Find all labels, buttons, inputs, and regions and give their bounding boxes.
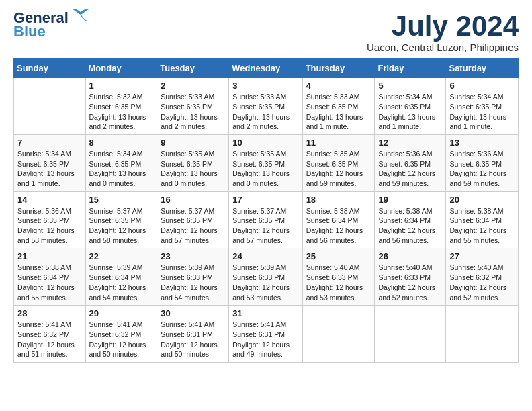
day-number: 17 bbox=[232, 195, 298, 205]
day-number: 27 bbox=[449, 251, 515, 261]
calendar-table: SundayMondayTuesdayWednesdayThursdayFrid… bbox=[13, 58, 519, 363]
day-number: 11 bbox=[306, 138, 371, 148]
day-number: 6 bbox=[449, 81, 515, 91]
day-info: Sunrise: 5:38 AMSunset: 6:34 PMDaylight:… bbox=[17, 263, 82, 302]
day-number: 12 bbox=[378, 138, 442, 148]
day-info: Sunrise: 5:41 AMSunset: 6:32 PMDaylight:… bbox=[89, 320, 154, 359]
day-number: 4 bbox=[306, 81, 371, 91]
day-number: 2 bbox=[161, 81, 225, 91]
calendar-cell bbox=[14, 78, 86, 135]
page-header: General Blue July 2024 Uacon, Central Lu… bbox=[13, 11, 519, 53]
logo-blue: Blue bbox=[13, 23, 46, 40]
day-number: 28 bbox=[17, 308, 82, 318]
day-number: 19 bbox=[378, 195, 442, 205]
calendar-cell: 22Sunrise: 5:39 AMSunset: 6:34 PMDayligh… bbox=[85, 248, 157, 306]
day-info: Sunrise: 5:41 AMSunset: 6:31 PMDaylight:… bbox=[232, 320, 298, 359]
day-info: Sunrise: 5:33 AMSunset: 6:35 PMDaylight:… bbox=[232, 92, 298, 132]
weekday-header-thursday: Thursday bbox=[302, 59, 375, 78]
calendar-cell: 3Sunrise: 5:33 AMSunset: 6:35 PMDaylight… bbox=[229, 78, 302, 135]
logo-bird-icon bbox=[70, 8, 91, 23]
day-number: 25 bbox=[306, 251, 371, 261]
calendar-cell: 26Sunrise: 5:40 AMSunset: 6:33 PMDayligh… bbox=[375, 248, 446, 306]
calendar-cell: 1Sunrise: 5:32 AMSunset: 6:35 PMDaylight… bbox=[85, 78, 157, 135]
day-info: Sunrise: 5:40 AMSunset: 6:32 PMDaylight:… bbox=[449, 263, 515, 302]
day-number: 15 bbox=[89, 195, 154, 205]
day-info: Sunrise: 5:34 AMSunset: 6:35 PMDaylight:… bbox=[17, 149, 82, 189]
calendar-cell: 7Sunrise: 5:34 AMSunset: 6:35 PMDaylight… bbox=[14, 134, 86, 191]
calendar-cell: 2Sunrise: 5:33 AMSunset: 6:35 PMDaylight… bbox=[157, 78, 229, 135]
day-number: 14 bbox=[17, 195, 82, 205]
day-number: 26 bbox=[378, 251, 442, 261]
day-info: Sunrise: 5:39 AMSunset: 6:34 PMDaylight:… bbox=[89, 263, 154, 302]
day-number: 29 bbox=[89, 308, 154, 318]
day-info: Sunrise: 5:41 AMSunset: 6:32 PMDaylight:… bbox=[17, 320, 82, 359]
day-number: 23 bbox=[161, 251, 225, 261]
calendar-cell: 15Sunrise: 5:37 AMSunset: 6:35 PMDayligh… bbox=[85, 191, 157, 248]
day-info: Sunrise: 5:34 AMSunset: 6:35 PMDaylight:… bbox=[89, 149, 154, 189]
calendar-cell: 12Sunrise: 5:36 AMSunset: 6:35 PMDayligh… bbox=[375, 134, 446, 191]
calendar-week-row-3: 14Sunrise: 5:36 AMSunset: 6:35 PMDayligh… bbox=[14, 191, 519, 248]
calendar-cell: 4Sunrise: 5:33 AMSunset: 6:35 PMDaylight… bbox=[302, 78, 375, 135]
calendar-week-row-1: 1Sunrise: 5:32 AMSunset: 6:35 PMDaylight… bbox=[14, 78, 519, 135]
logo: General Blue bbox=[13, 11, 91, 39]
day-info: Sunrise: 5:34 AMSunset: 6:35 PMDaylight:… bbox=[378, 92, 442, 132]
day-info: Sunrise: 5:38 AMSunset: 6:34 PMDaylight:… bbox=[449, 206, 515, 246]
day-info: Sunrise: 5:37 AMSunset: 6:35 PMDaylight:… bbox=[161, 206, 225, 246]
day-number: 22 bbox=[89, 251, 154, 261]
calendar-cell: 5Sunrise: 5:34 AMSunset: 6:35 PMDaylight… bbox=[375, 78, 446, 135]
day-info: Sunrise: 5:40 AMSunset: 6:33 PMDaylight:… bbox=[378, 263, 442, 302]
day-number: 7 bbox=[17, 138, 82, 148]
day-info: Sunrise: 5:38 AMSunset: 6:34 PMDaylight:… bbox=[306, 206, 371, 246]
calendar-cell: 28Sunrise: 5:41 AMSunset: 6:32 PMDayligh… bbox=[14, 306, 86, 363]
day-info: Sunrise: 5:35 AMSunset: 6:35 PMDaylight:… bbox=[161, 149, 225, 189]
day-info: Sunrise: 5:35 AMSunset: 6:35 PMDaylight:… bbox=[232, 149, 298, 189]
day-number: 18 bbox=[306, 195, 371, 205]
calendar-cell: 18Sunrise: 5:38 AMSunset: 6:34 PMDayligh… bbox=[302, 191, 375, 248]
day-number: 31 bbox=[232, 308, 298, 318]
day-info: Sunrise: 5:37 AMSunset: 6:35 PMDaylight:… bbox=[232, 206, 298, 246]
day-info: Sunrise: 5:39 AMSunset: 6:33 PMDaylight:… bbox=[232, 263, 298, 302]
weekday-header-tuesday: Tuesday bbox=[157, 59, 229, 78]
day-info: Sunrise: 5:41 AMSunset: 6:31 PMDaylight:… bbox=[161, 320, 225, 359]
day-number: 5 bbox=[378, 81, 442, 91]
calendar-cell: 19Sunrise: 5:38 AMSunset: 6:34 PMDayligh… bbox=[375, 191, 446, 248]
day-info: Sunrise: 5:33 AMSunset: 6:35 PMDaylight:… bbox=[161, 92, 225, 132]
day-info: Sunrise: 5:35 AMSunset: 6:35 PMDaylight:… bbox=[306, 149, 371, 189]
calendar-cell: 21Sunrise: 5:38 AMSunset: 6:34 PMDayligh… bbox=[14, 248, 86, 306]
day-info: Sunrise: 5:36 AMSunset: 6:35 PMDaylight:… bbox=[449, 149, 515, 189]
day-info: Sunrise: 5:32 AMSunset: 6:35 PMDaylight:… bbox=[89, 92, 154, 132]
calendar-week-row-4: 21Sunrise: 5:38 AMSunset: 6:34 PMDayligh… bbox=[14, 248, 519, 306]
weekday-header-saturday: Saturday bbox=[446, 59, 519, 78]
day-number: 1 bbox=[89, 81, 154, 91]
day-info: Sunrise: 5:37 AMSunset: 6:35 PMDaylight:… bbox=[89, 206, 154, 246]
day-info: Sunrise: 5:36 AMSunset: 6:35 PMDaylight:… bbox=[378, 149, 442, 189]
calendar-week-row-2: 7Sunrise: 5:34 AMSunset: 6:35 PMDaylight… bbox=[14, 134, 519, 191]
calendar-cell: 29Sunrise: 5:41 AMSunset: 6:32 PMDayligh… bbox=[85, 306, 157, 363]
day-number: 9 bbox=[161, 138, 225, 148]
calendar-cell: 14Sunrise: 5:36 AMSunset: 6:35 PMDayligh… bbox=[14, 191, 86, 248]
day-number: 16 bbox=[161, 195, 225, 205]
calendar-cell bbox=[375, 306, 446, 363]
day-number: 30 bbox=[161, 308, 225, 318]
calendar-cell: 9Sunrise: 5:35 AMSunset: 6:35 PMDaylight… bbox=[157, 134, 229, 191]
day-number: 10 bbox=[232, 138, 298, 148]
day-info: Sunrise: 5:33 AMSunset: 6:35 PMDaylight:… bbox=[306, 92, 371, 132]
weekday-header-wednesday: Wednesday bbox=[229, 59, 302, 78]
calendar-cell: 27Sunrise: 5:40 AMSunset: 6:32 PMDayligh… bbox=[446, 248, 519, 306]
weekday-header-sunday: Sunday bbox=[14, 59, 86, 78]
calendar-cell: 10Sunrise: 5:35 AMSunset: 6:35 PMDayligh… bbox=[229, 134, 302, 191]
day-info: Sunrise: 5:38 AMSunset: 6:34 PMDaylight:… bbox=[378, 206, 442, 246]
calendar-cell: 23Sunrise: 5:39 AMSunset: 6:33 PMDayligh… bbox=[157, 248, 229, 306]
calendar-cell: 8Sunrise: 5:34 AMSunset: 6:35 PMDaylight… bbox=[85, 134, 157, 191]
calendar-cell: 17Sunrise: 5:37 AMSunset: 6:35 PMDayligh… bbox=[229, 191, 302, 248]
calendar-cell: 13Sunrise: 5:36 AMSunset: 6:35 PMDayligh… bbox=[446, 134, 519, 191]
day-info: Sunrise: 5:34 AMSunset: 6:35 PMDaylight:… bbox=[449, 92, 515, 132]
day-number: 21 bbox=[17, 251, 82, 261]
day-info: Sunrise: 5:39 AMSunset: 6:33 PMDaylight:… bbox=[161, 263, 225, 302]
day-number: 24 bbox=[232, 251, 298, 261]
location-subtitle: Uacon, Central Luzon, Philippines bbox=[367, 42, 519, 53]
calendar-cell: 20Sunrise: 5:38 AMSunset: 6:34 PMDayligh… bbox=[446, 191, 519, 248]
title-block: July 2024 Uacon, Central Luzon, Philippi… bbox=[367, 11, 519, 53]
day-number: 13 bbox=[449, 138, 515, 148]
weekday-header-row: SundayMondayTuesdayWednesdayThursdayFrid… bbox=[14, 59, 519, 78]
